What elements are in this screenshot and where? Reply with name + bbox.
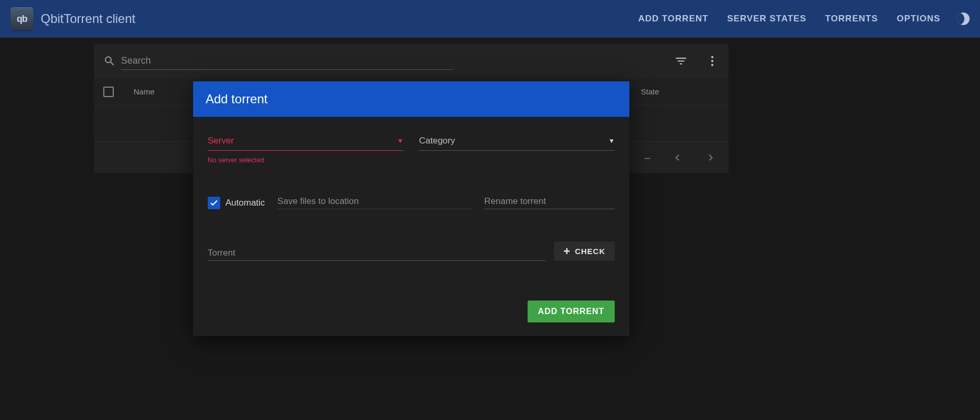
automatic-checkbox[interactable]: Automatic (208, 197, 265, 209)
svg-point-2 (711, 64, 713, 66)
check-button-label: CHECK (575, 247, 605, 256)
toolbar (94, 44, 728, 78)
rename-torrent-input[interactable] (484, 194, 615, 209)
category-select[interactable]: Category ▼ (419, 136, 615, 151)
server-select[interactable]: Server ▼ No server selected (208, 136, 403, 164)
chevron-down-icon: ▼ (608, 137, 615, 145)
prev-page-icon[interactable] (671, 151, 684, 164)
automatic-label: Automatic (225, 198, 265, 208)
add-torrent-dialog: Add torrent Server ▼ No server selected … (193, 81, 629, 336)
nav-torrents[interactable]: TORRENTS (825, 14, 878, 24)
more-vert-icon[interactable] (706, 54, 719, 68)
category-label: Category (419, 136, 455, 146)
app-logo: qb (10, 7, 33, 30)
next-page-icon[interactable] (704, 151, 717, 164)
search-icon (103, 55, 116, 67)
server-helper-text: No server selected (208, 156, 403, 164)
svg-point-0 (711, 56, 713, 58)
check-button[interactable]: + CHECK (554, 242, 615, 261)
check-icon (208, 197, 220, 209)
nav-options[interactable]: OPTIONS (897, 14, 940, 24)
search-input[interactable] (121, 52, 453, 70)
torrent-input[interactable] (208, 246, 546, 261)
nav-add-torrent[interactable]: ADD TORRENT (638, 14, 708, 24)
save-location-input[interactable] (278, 194, 472, 209)
add-torrent-button[interactable]: ADD TORRENT (528, 301, 615, 322)
search-field (103, 52, 453, 70)
select-all-checkbox[interactable] (103, 87, 114, 97)
column-state[interactable]: State (641, 87, 719, 96)
dialog-title: Add torrent (193, 81, 629, 117)
theme-toggle-icon[interactable] (957, 13, 970, 25)
server-label: Server (208, 136, 234, 146)
nav-server-states[interactable]: SERVER STATES (727, 14, 806, 24)
app-title: QbitTorrent client (41, 11, 135, 26)
filter-icon[interactable] (674, 54, 688, 68)
chevron-down-icon: ▼ (397, 137, 403, 145)
top-bar: qb QbitTorrent client ADD TORRENT SERVER… (0, 0, 980, 38)
svg-point-1 (711, 60, 713, 62)
footer-separator: – (644, 152, 650, 164)
